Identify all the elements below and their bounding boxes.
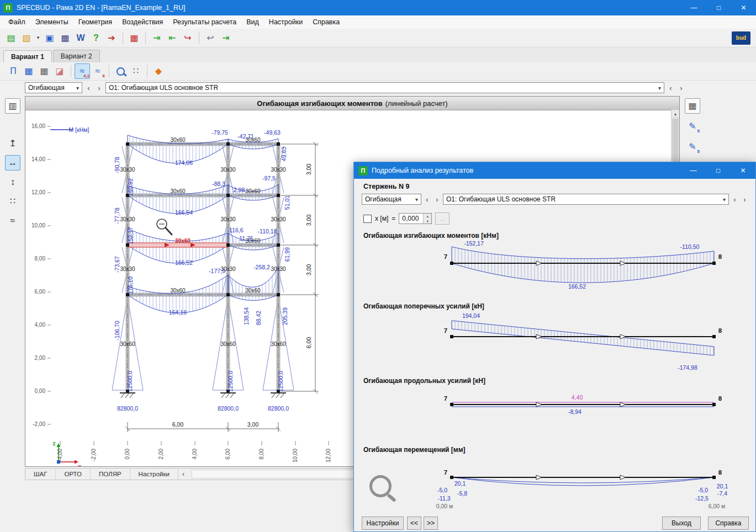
open-file-caret-icon[interactable]: ▾ [34, 30, 42, 46]
previous-element-icon-glyph: ⇤ [168, 34, 176, 42]
dialog-next-case-button[interactable]: › [433, 194, 441, 205]
menu-loads[interactable]: Воздействия [117, 18, 168, 26]
menu-geometry[interactable]: Геометрия [73, 18, 117, 26]
dialog-prev-case-button[interactable]: ‹ [423, 194, 431, 205]
scrollbar-thumb[interactable] [672, 119, 679, 166]
open-file-icon-glyph: ▧ [22, 34, 30, 42]
fit-top-icon[interactable]: ↥ [5, 136, 20, 151]
save-icon[interactable]: ▣ [42, 30, 57, 46]
show-nodes-icon[interactable]: ∷ [5, 194, 20, 209]
previous-member-button[interactable]: << [407, 517, 421, 530]
diagram-scale-icon[interactable]: ✎5 [685, 119, 700, 134]
menu-view[interactable]: Вид [241, 18, 264, 26]
value-label: 4,00 [192, 449, 198, 460]
dialog-envelope-combo[interactable]: Огибающая ▾ [362, 194, 421, 205]
back-icon[interactable]: ↩ [203, 30, 218, 46]
dialog-help-button[interactable]: Справка [708, 517, 749, 530]
tab-variant-1[interactable]: Вариант 1 [3, 50, 52, 63]
menu-file[interactable]: Файл [3, 18, 30, 26]
previous-element-icon[interactable]: ⇤ [165, 30, 180, 46]
prev-case-button[interactable]: ‹ [84, 83, 93, 93]
value-label: -88,3 [212, 180, 225, 187]
back-icon-glyph: ↩ [207, 34, 214, 42]
discretization-icon-glyph: ∷ [133, 67, 139, 76]
x-position-stepper[interactable]: 0,000 ▴ ▾ [399, 213, 432, 224]
spin-up-button[interactable]: ▴ [424, 214, 431, 219]
clear-diagrams-icon[interactable]: ◪ [52, 63, 67, 79]
tab-variant-2[interactable]: Вариант 2 [53, 50, 100, 62]
dialog-maximize-button[interactable]: □ [706, 162, 731, 179]
menu-help[interactable]: Справка [308, 18, 345, 26]
fit-width-icon[interactable]: ↔ [5, 155, 20, 171]
new-file-icon[interactable]: ▤ [3, 30, 19, 46]
grid-settings-icon[interactable]: ▦ [685, 98, 700, 114]
icon-badge: 5 [697, 129, 700, 134]
zoom-window-icon[interactable] [113, 63, 128, 79]
maximize-button[interactable]: □ [706, 0, 731, 15]
menu-results[interactable]: Результаты расчета [168, 18, 241, 26]
value-label: -73,67 [114, 256, 120, 273]
dialog-next-case-button-2[interactable]: › [741, 194, 749, 205]
value-label: -2,00 [91, 449, 97, 461]
smooth-diagram-icon[interactable]: ≈ [5, 213, 20, 228]
loads-view-icon[interactable]: ▦ [21, 63, 36, 79]
canvas-title-bold: Огибающая изгибающих моментов [257, 99, 383, 108]
dialog-close-button[interactable]: ✕ [731, 162, 755, 179]
minimize-button[interactable]: — [681, 0, 706, 15]
menu-elements[interactable]: Элементы [30, 18, 73, 26]
statusbar-scroll-left-icon[interactable]: ‹ [178, 470, 188, 478]
results-table-icon[interactable]: ▦ [36, 63, 52, 79]
open-file-icon[interactable]: ▧ [19, 30, 34, 46]
exit-button[interactable]: Выход [662, 517, 701, 530]
exit-icon[interactable]: ➔ [104, 30, 119, 46]
next-case-button[interactable]: › [95, 83, 103, 93]
dialog-minimize-button[interactable]: — [681, 162, 706, 179]
moment-diagram-icon[interactable]: ≈4,1 [75, 63, 90, 79]
statusbar-ortho[interactable]: ОРТО [56, 469, 91, 480]
statusbar-step[interactable]: ШАГ [25, 469, 56, 480]
forward-icon[interactable]: ⇥ [218, 30, 234, 46]
fit-height-icon[interactable]: ↕ [5, 174, 20, 190]
value-label: 30x60 [170, 288, 186, 294]
value-label: 30x30 [271, 167, 286, 173]
x-position-checkbox[interactable] [363, 215, 372, 223]
prev-case-button-2[interactable]: ‹ [667, 83, 675, 93]
x-position-label: x [м] [375, 215, 388, 222]
statusbar-settings[interactable]: Настройки [130, 469, 178, 480]
dialog-body: Стержень N 9 Огибающая ▾ ‹ › О1: Огибающ… [354, 179, 755, 531]
print-icon[interactable]: ▦ [57, 30, 73, 46]
statusbar-polar[interactable]: ПОЛЯР [91, 469, 130, 480]
value-label: 16,00 [31, 123, 45, 129]
preview-pane-icon[interactable]: ▥ [5, 98, 20, 114]
discretization-icon[interactable]: ∷ [128, 63, 144, 79]
next-member-button[interactable]: >> [424, 517, 438, 530]
dialog-settings-button[interactable]: Настройки [362, 517, 404, 530]
transfer-element-icon[interactable]: ↪ [180, 30, 195, 46]
budsoft-logo: bud [732, 31, 750, 45]
close-button[interactable]: ✕ [731, 0, 756, 15]
next-element-icon[interactable]: ⇥ [149, 30, 165, 46]
ruler-x-labels: -4,00-2,000,002,004,006,008,0010,0012,00 [57, 449, 331, 462]
envelope-combo[interactable]: Огибающая ▾ [25, 82, 82, 93]
budsoft-logo-glyph: bud [736, 35, 746, 41]
help-icon[interactable]: ? [88, 30, 104, 46]
menu-settings[interactable]: Настройки [264, 18, 308, 26]
dialog-load-case-combo-value: О1: Огибающая ULS основное STR [446, 195, 556, 203]
spin-down-button[interactable]: ▾ [424, 219, 431, 224]
next-case-button-2[interactable]: › [677, 83, 685, 93]
menubar: Файл Элементы Геометрия Воздействия Резу… [0, 15, 756, 29]
dialog-load-case-combo[interactable]: О1: Огибающая ULS основное STR ▾ [443, 194, 729, 205]
export-word-icon[interactable]: W [73, 30, 88, 46]
load-case-combo[interactable]: О1: Огибающая ULS основное STR ▾ [105, 82, 664, 93]
dialog-titlebar[interactable]: П Подробный анализ результатов — □ ✕ [354, 162, 755, 179]
render-view-icon[interactable]: ◆ [151, 63, 166, 79]
diagram-scale2-icon[interactable]: ✎5 [685, 139, 700, 155]
scroll-up-icon[interactable]: ▴ [672, 110, 679, 118]
dialog-prev-case-button-2[interactable]: ‹ [731, 194, 739, 205]
main-titlebar[interactable]: П SPECBUD - Рама 2D EN - [RamaEN_Example… [0, 0, 756, 15]
geometry-view-icon[interactable]: Π [6, 63, 21, 79]
more-options-button[interactable]: ... [435, 212, 450, 225]
diagram-values-icon[interactable]: ≈6 [90, 63, 105, 79]
beam-moment-envelopes [128, 135, 278, 313]
combinations-table-icon[interactable]: ▦ [126, 30, 142, 46]
